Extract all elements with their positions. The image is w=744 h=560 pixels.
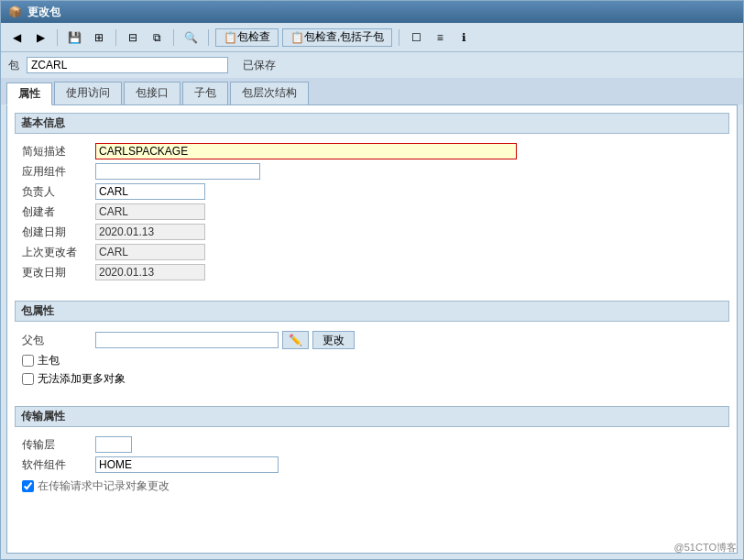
- owner-row: 负责人: [22, 183, 722, 200]
- shortcut-icon: ⊞: [94, 31, 104, 44]
- short-desc-label: 简短描述: [22, 144, 95, 159]
- father-pkg-label: 父包: [22, 333, 95, 348]
- pkg-check-sub-icon: 📋: [290, 31, 304, 44]
- back-button[interactable]: ◀: [6, 27, 27, 48]
- copy-button[interactable]: ⊟: [123, 27, 143, 48]
- software-comp-input[interactable]: [95, 456, 279, 473]
- no-add-checkbox[interactable]: [22, 373, 34, 385]
- basic-info-section: 基本信息 简短描述 应用组件 负责人 创建者: [15, 113, 729, 290]
- transport-section: 传输属性 传输层 软件组件 在传输请求中记录对象更改: [15, 406, 729, 500]
- main-pkg-checkbox[interactable]: [22, 355, 34, 367]
- main-window: 📦 更改包 ◀ ▶ 💾 ⊞ ⊟ ⧉ 🔍 📋 包检查: [0, 0, 744, 560]
- transport-header: 传输属性: [15, 406, 729, 427]
- tab-interface[interactable]: 包接口: [124, 82, 181, 104]
- pkg-saved-label: 已保存: [243, 58, 276, 73]
- main-pkg-row: 主包: [22, 353, 722, 368]
- tab-hierarchy[interactable]: 包层次结构: [230, 82, 309, 104]
- tab-subpkg[interactable]: 子包: [182, 82, 228, 104]
- tab-access[interactable]: 使用访问: [54, 82, 122, 104]
- transport-layer-row: 传输层: [22, 436, 722, 453]
- save-icon: 💾: [68, 31, 82, 44]
- create-date-input: [95, 224, 205, 240]
- paste-icon: ⧉: [153, 31, 161, 44]
- short-desc-input[interactable]: [95, 143, 517, 159]
- pkg-label: 包: [8, 58, 19, 73]
- father-pkg-search-button[interactable]: ✏️: [282, 331, 309, 349]
- info-icon: ℹ: [462, 31, 466, 44]
- transport-body: 传输层 软件组件 在传输请求中记录对象更改: [15, 431, 729, 500]
- separator2: [115, 29, 116, 46]
- window-title: 更改包: [27, 5, 60, 20]
- last-changer-label: 上次更改者: [22, 245, 95, 260]
- tab-properties[interactable]: 属性: [6, 82, 52, 105]
- pkg-info-row: 包 已保存: [1, 52, 743, 78]
- separator1: [57, 29, 58, 46]
- tabs-bar: 属性 使用访问 包接口 子包 包层次结构: [1, 78, 743, 104]
- father-pkg-change-button[interactable]: 更改: [312, 331, 355, 349]
- basic-info-header: 基本信息: [15, 113, 729, 134]
- list-btn[interactable]: ≡: [430, 27, 450, 48]
- record-changes-label: 在传输请求中记录对象更改: [38, 478, 170, 494]
- change-btn-label: 更改: [323, 334, 345, 346]
- paste-button[interactable]: ⧉: [147, 27, 167, 48]
- last-changer-input: [95, 244, 205, 260]
- create-date-row: 创建日期: [22, 224, 722, 240]
- shortcut-button[interactable]: ⊞: [89, 27, 109, 48]
- pkg-check-icon: 📋: [224, 31, 237, 44]
- pkg-value-input[interactable]: [27, 57, 228, 73]
- short-desc-row: 简短描述: [22, 143, 722, 159]
- create-date-label: 创建日期: [22, 225, 95, 240]
- pkg-props-body: 父包 ✏️ 更改 主包 无法添加更多对象: [15, 325, 729, 395]
- checkbox-icon: ☐: [411, 31, 421, 44]
- software-comp-label: 软件组件: [22, 457, 95, 473]
- creator-label: 创建者: [22, 204, 95, 220]
- toolbar: ◀ ▶ 💾 ⊞ ⊟ ⧉ 🔍 📋 包检查 📋 包检查,包括子包: [1, 23, 743, 52]
- pkg-props-header: 包属性: [15, 301, 729, 322]
- checkbox-btn[interactable]: ☐: [406, 27, 426, 48]
- change-date-input: [95, 264, 205, 280]
- pkg-check-button[interactable]: 📋 包检查: [215, 28, 279, 47]
- transport-layer-input[interactable]: [95, 436, 132, 453]
- copy-icon: ⊟: [128, 31, 137, 44]
- app-comp-label: 应用组件: [22, 164, 95, 180]
- father-pkg-input[interactable]: [95, 332, 279, 348]
- save-button[interactable]: 💾: [64, 27, 85, 48]
- creator-row: 创建者: [22, 203, 722, 220]
- back-icon: ◀: [13, 31, 21, 44]
- separator3: [173, 29, 174, 46]
- main-pkg-label: 主包: [38, 353, 60, 368]
- app-comp-input[interactable]: [95, 163, 260, 180]
- separator5: [399, 29, 399, 46]
- last-changer-row: 上次更改者: [22, 244, 722, 260]
- find-button[interactable]: 🔍: [181, 27, 202, 48]
- forward-icon: ▶: [37, 31, 45, 44]
- list-icon: ≡: [437, 31, 443, 44]
- father-pkg-row: 父包 ✏️ 更改: [22, 331, 722, 349]
- transport-layer-label: 传输层: [22, 437, 95, 453]
- separator4: [208, 29, 209, 46]
- owner-label: 负责人: [22, 184, 95, 200]
- change-date-row: 更改日期: [22, 264, 722, 280]
- app-comp-row: 应用组件: [22, 163, 722, 180]
- pkg-props-section: 包属性 父包 ✏️ 更改 主包: [15, 301, 729, 395]
- pkg-check-label: 包检查: [237, 29, 270, 45]
- change-date-label: 更改日期: [22, 265, 95, 280]
- search-pencil-icon: ✏️: [289, 334, 302, 346]
- info-btn[interactable]: ℹ: [454, 27, 474, 48]
- main-content: 基本信息 简短描述 应用组件 负责人 创建者: [6, 104, 738, 554]
- no-add-row: 无法添加更多对象: [22, 371, 722, 387]
- owner-input[interactable]: [95, 183, 205, 200]
- forward-button[interactable]: ▶: [30, 27, 50, 48]
- software-comp-row: 软件组件: [22, 456, 722, 473]
- creator-input: [95, 203, 205, 220]
- find-icon: 🔍: [184, 31, 198, 44]
- record-changes-checkbox[interactable]: [22, 480, 34, 492]
- pkg-check-sub-button[interactable]: 📋 包检查,包括子包: [282, 28, 392, 47]
- title-bar: 📦 更改包: [1, 1, 743, 23]
- basic-info-body: 简短描述 应用组件 负责人 创建者 创建日期: [15, 137, 729, 290]
- record-changes-row: 在传输请求中记录对象更改: [22, 478, 722, 494]
- pkg-check-sub-label: 包检查,包括子包: [304, 29, 384, 45]
- no-add-label: 无法添加更多对象: [38, 371, 126, 387]
- title-bar-icon: 📦: [8, 5, 22, 18]
- watermark: @51CTO博客: [674, 541, 737, 555]
